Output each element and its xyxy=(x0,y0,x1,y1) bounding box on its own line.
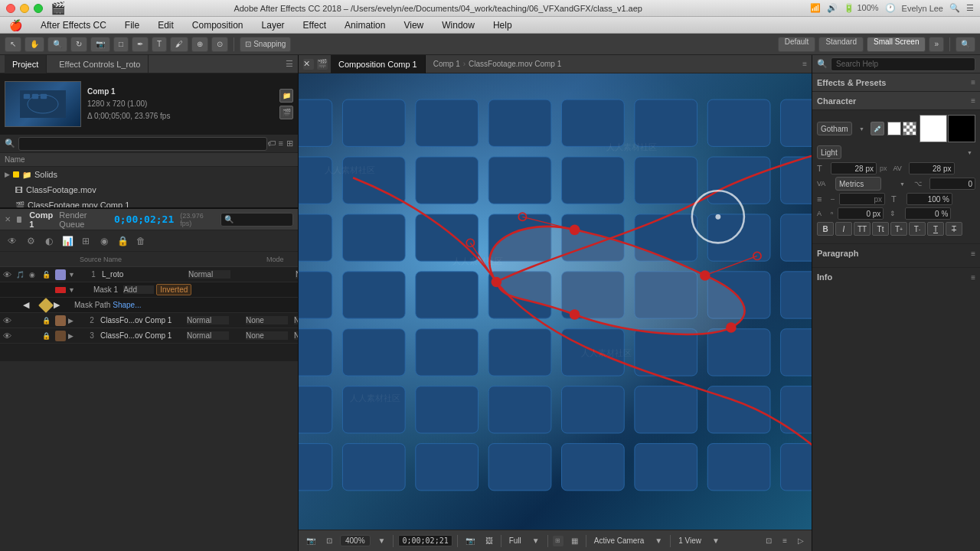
project-sort-icon[interactable]: ⊞ xyxy=(286,139,293,148)
comp-3d-grid[interactable]: ⊞ xyxy=(553,536,564,546)
comp-panel-options[interactable]: ≡ xyxy=(802,60,807,68)
close-button[interactable] xyxy=(6,4,15,13)
list-item[interactable]: ▶ 📁 Solids xyxy=(0,167,298,182)
superscript-btn[interactable]: T+ xyxy=(890,222,907,236)
minimize-button[interactable] xyxy=(20,4,29,13)
tl-motion-blur[interactable]: ◐ xyxy=(41,234,57,248)
timeline-search[interactable]: 🔍 xyxy=(220,213,293,227)
subscript-btn[interactable]: T- xyxy=(909,222,926,236)
project-tag-icon[interactable]: 🏷 xyxy=(267,139,276,148)
comp-flow-icon[interactable]: ⊡ xyxy=(763,536,775,545)
layer-mode-select-1[interactable]: Normal xyxy=(188,270,230,279)
comp-timecode[interactable]: 0;00;02;21 xyxy=(398,535,452,546)
layer-menu[interactable]: Layer xyxy=(259,18,288,32)
font-size-pct-input[interactable] xyxy=(906,193,952,205)
search-help-input[interactable] xyxy=(831,57,975,71)
tl-delete[interactable]: 🗑 xyxy=(133,234,149,248)
layer-parent-select-1[interactable]: None xyxy=(296,270,298,279)
keyframe-diamond[interactable] xyxy=(38,298,54,313)
comp-view-camera[interactable]: Active Camera xyxy=(591,536,648,545)
view-camera-dropdown[interactable]: ▼ xyxy=(652,536,665,545)
edit-menu[interactable]: Edit xyxy=(155,18,177,32)
solo-toggle-1[interactable]: ◉ xyxy=(29,271,40,279)
project-list-icon[interactable]: ≡ xyxy=(279,139,283,148)
paragraph-menu[interactable]: ≡ xyxy=(971,249,975,258)
view-menu[interactable]: View xyxy=(400,18,426,32)
comp-snapshot[interactable]: 📷 xyxy=(462,536,478,545)
italic-btn[interactable]: I xyxy=(835,222,852,236)
comp-region-of-interest[interactable]: ⊡ xyxy=(323,536,335,545)
timeline-layer-3[interactable]: 👁 🔒 ▶ 3 ClassFo...ov Comp 1 Normal xyxy=(0,328,298,344)
text-tool[interactable]: T xyxy=(152,37,167,52)
maximize-button[interactable] xyxy=(34,4,43,13)
layer-mode-select-2[interactable]: Normal xyxy=(187,316,229,324)
font-name-select[interactable]: Gotham xyxy=(817,122,852,135)
effects-menu-icon[interactable]: ≡ xyxy=(971,78,975,86)
trkmat-select-3[interactable]: None xyxy=(246,331,288,340)
timeline-layer-1[interactable]: 👁 🎵 ◉ 🔓 ▼ 1 L_roto Normal xyxy=(0,267,298,282)
bold-btn[interactable]: B xyxy=(817,222,834,236)
render-queue-btn[interactable]: Render Queue xyxy=(59,210,102,229)
project-search-input[interactable] xyxy=(18,137,267,151)
comp-show-snapshot[interactable]: 🖼 xyxy=(482,536,496,545)
new-comp-btn[interactable]: 🎬 xyxy=(279,106,293,119)
composition-menu[interactable]: Composition xyxy=(189,18,247,32)
visibility-toggle-3[interactable]: 👁 xyxy=(3,331,14,341)
eyedropper-btn[interactable]: 💉 xyxy=(871,122,884,135)
visibility-toggle-1[interactable]: 👁 xyxy=(3,270,14,279)
tl-draft-3d[interactable]: ⚙ xyxy=(23,234,38,248)
tl-solo[interactable]: ◉ xyxy=(96,234,112,248)
mask-expand[interactable]: ▼ xyxy=(68,286,75,294)
lock-toggle-2[interactable]: 🔒 xyxy=(42,317,53,324)
tl-close-icon[interactable]: ✕ xyxy=(5,215,11,223)
tracking-input[interactable] xyxy=(909,162,955,174)
help-menu[interactable]: Help xyxy=(490,18,515,32)
fill-color-swatch[interactable] xyxy=(887,122,901,135)
comp-render-btn[interactable]: ▷ xyxy=(795,536,807,545)
pen-tool[interactable]: ✒ xyxy=(132,37,149,52)
mask-shape-value[interactable]: Shape... xyxy=(113,301,141,309)
metrics-select[interactable]: Metrics xyxy=(835,177,881,191)
comp-always-preview[interactable]: 📷 xyxy=(303,536,318,545)
puppet-tool[interactable]: ⊙ xyxy=(211,37,228,52)
effect-controls-tab[interactable]: Effect Controls L_roto xyxy=(51,55,149,73)
small-caps-btn[interactable]: Tt xyxy=(872,222,889,236)
breadcrumb-footage[interactable]: ClassFootage.mov Comp 1 xyxy=(469,60,561,68)
tl-lock[interactable]: 🔒 xyxy=(115,234,130,248)
apple-menu[interactable]: 🍎 xyxy=(6,18,25,33)
timeline-layer-2[interactable]: 👁 🔒 ▶ 2 ClassFo...ov Comp 1 Normal xyxy=(0,313,298,328)
auto-leading-input[interactable] xyxy=(838,207,884,220)
list-item[interactable]: 🎞 ClassFootage.mov xyxy=(0,182,298,197)
new-folder-btn[interactable]: 📁 xyxy=(279,89,293,103)
comp-bars[interactable]: ≡ xyxy=(779,536,790,545)
breadcrumb-comp1[interactable]: Comp 1 xyxy=(433,60,460,68)
layer-expand-2[interactable]: ▶ xyxy=(68,317,74,324)
quality-dropdown[interactable]: ▼ xyxy=(529,536,543,545)
layer-expand-3[interactable]: ▶ xyxy=(68,332,74,340)
keyframe-nav-right[interactable]: ▶ xyxy=(54,300,69,310)
layer-parent-select-3[interactable]: None xyxy=(294,331,298,340)
audio-toggle-1[interactable]: 🎵 xyxy=(16,271,27,279)
comp-view-count[interactable]: 1 View xyxy=(675,536,704,545)
workspace-standard[interactable]: Standard xyxy=(818,37,864,52)
composition-viewport[interactable]: 人人素材社区 人人素材社区 人人素材社区 人人素材社区 人人素材社区 xyxy=(299,73,812,530)
baseline-input[interactable] xyxy=(929,178,975,190)
app-menu[interactable]: After Effects CC xyxy=(38,18,109,32)
search-help-btn[interactable]: 🔍 xyxy=(956,37,975,52)
expand-workspaces[interactable]: » xyxy=(929,37,944,52)
zoom-dropdown[interactable]: ▼ xyxy=(375,536,389,545)
animation-menu[interactable]: Animation xyxy=(341,18,388,32)
tl-add-layer[interactable]: ⊞ xyxy=(78,234,93,248)
zoom-tool[interactable]: 🔍 xyxy=(47,37,67,52)
brush-tool[interactable]: 🖌 xyxy=(170,37,188,52)
mask-add-select[interactable]: Add Subtract Intersect xyxy=(123,285,154,294)
fill-black-swatch[interactable] xyxy=(948,115,975,142)
all-caps-btn[interactable]: TT xyxy=(854,222,871,236)
rect-tool[interactable]: □ xyxy=(113,37,129,52)
file-menu[interactable]: File xyxy=(122,18,142,32)
window-menu[interactable]: Window xyxy=(439,18,478,32)
list-item[interactable]: 🎬 ClassFootage.mov Comp 1 xyxy=(0,197,298,207)
comp-zoom-display[interactable]: 400% xyxy=(340,535,371,546)
tl-hide-shy[interactable]: 👁 xyxy=(5,234,20,248)
tl-graph-editor[interactable]: 📊 xyxy=(60,234,75,248)
